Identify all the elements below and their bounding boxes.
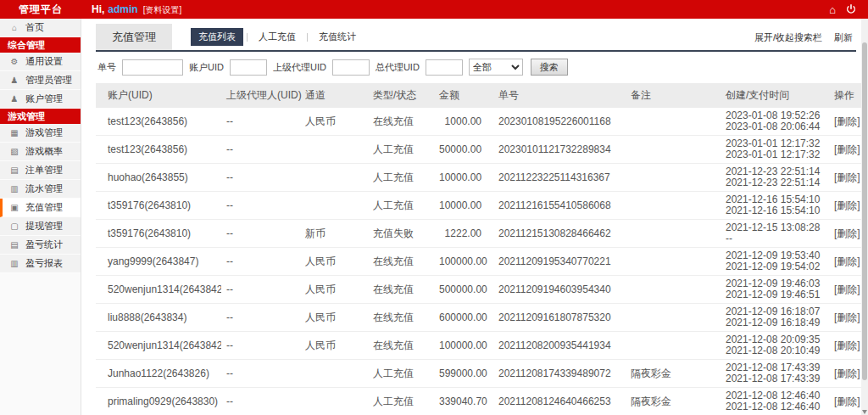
cell-time: 2021-12-15 13:08:28-- [721,220,829,248]
order-no-input[interactable] [122,59,183,76]
report-icon: ▥ [9,259,19,268]
cell-type-status: 充值失败 [368,220,434,248]
cell-remark [626,332,721,360]
cell-order-no: 20211208124640466253 [493,388,626,415]
cell-channel [300,388,368,415]
sidebar-item-admins[interactable]: ♟ 管理员管理 [0,71,81,90]
sidebar-section-header: 游戏管理 [0,109,81,124]
cell-time: 2021-12-09 19:53:402021-12-09 19:54:02 [721,248,829,276]
table-row: primaling0929(2643830) -- 人工充值 339040.70… [96,388,868,415]
delete-link[interactable]: [删除] [834,311,860,323]
delete-link[interactable]: [删除] [834,143,860,155]
sidebar-item-orders[interactable]: ▤ 注单管理 [0,161,81,180]
table-row: t359176(2643810) -- 新币 充值失败 1222.00 2021… [96,220,868,248]
cell-amount: 599000.00 [434,360,493,388]
account-uid-input[interactable] [230,59,267,76]
home-icon[interactable]: ⌂ [829,4,836,15]
tab-3[interactable]: 充值统计 [311,28,364,46]
scrollbar-thumb[interactable] [862,42,867,380]
profile-settings-link[interactable]: [资料设置] [143,4,182,16]
cell-remark [626,108,721,136]
recharge-icon: ▣ [9,203,19,212]
cell-channel [300,136,368,164]
cell-time: 2021-12-08 20:09:352021-12-08 20:10:49 [721,332,829,360]
refresh-link[interactable]: 刷新 [834,31,853,44]
sidebar-item-label: 流水管理 [25,182,63,195]
sidebar-item-home[interactable]: ⌂ 首页 [0,19,81,37]
table-row: huohao(2643855) -- 人工充值 10000.00 2021122… [96,164,868,192]
sidebar-item-report[interactable]: ▥ 盈亏报表 [0,255,81,273]
cell-remark [626,136,721,164]
type-filter-select[interactable]: 全部 [469,59,523,76]
vertical-scrollbar[interactable] [861,19,868,415]
search-button[interactable]: 搜索 [531,59,568,76]
sidebar-item-recharge[interactable]: ▣ 充值管理 [0,199,81,217]
column-header: 金额 [434,83,493,108]
sidebar-item-gear[interactable]: ⚙ 通用设置 [0,53,81,71]
cell-account: liu8888(2643834) [96,304,221,332]
scrollbar-down-arrow[interactable] [862,410,867,414]
cell-amount: 10000.00 [434,192,493,220]
delete-link[interactable]: [删除] [834,199,860,211]
cell-order-no: 20230108195226001168 [493,108,626,136]
delete-link[interactable]: [删除] [834,171,860,183]
cell-type-status: 人工充值 [368,192,434,220]
probability-icon: ▧ [9,147,19,156]
delete-link[interactable]: [删除] [834,367,860,379]
parent-agent-uid-input[interactable] [332,59,370,76]
delete-link[interactable]: [删除] [834,395,860,407]
cell-amount: 1000.00 [434,108,493,136]
cell-order-no: 20211208174339489072 [493,360,626,388]
cell-time: 2021-12-08 12:46:402021-12-08 12:46:40 [721,388,829,415]
tab-1[interactable]: 充值列表 [191,28,243,46]
sidebar-item-user[interactable]: ♟ 账户管理 [0,90,81,109]
cell-amount: 10000.00 [434,164,493,192]
sidebar-item-flow[interactable]: ▥ 流水管理 [0,180,81,199]
delete-link[interactable]: [删除] [834,283,860,295]
top-bar: 管理平台 Hi, admin [资料设置] ⌂ [0,0,868,19]
sidebar-item-withdraw[interactable]: ▢ 提现管理 [0,217,81,236]
cell-channel [300,164,368,192]
tab-separator [247,33,248,42]
column-header: 备注 [626,83,721,108]
cell-agent: -- [221,304,300,332]
table-row: yang9999(2643847) -- 人民币 在线充值 100000.00 … [96,248,868,276]
cell-agent: -- [221,164,300,192]
gear-icon: ⚙ [9,57,19,66]
cell-type-status: 人工充值 [368,360,434,388]
cell-agent: -- [221,192,300,220]
cell-channel: 人民币 [300,248,368,276]
cell-remark [626,164,721,192]
tab-separator [307,33,308,42]
toggle-search-link[interactable]: 展开/收起搜索栏 [754,31,822,44]
power-icon[interactable] [846,4,856,14]
sidebar-item-game[interactable]: ▦ 游戏管理 [0,124,81,143]
cell-order-no: 20211215130828466462 [493,220,626,248]
cell-amount: 100000.00 [434,332,493,360]
sidebar-item-stats[interactable]: ▤ 盈亏统计 [0,236,81,255]
search-form: 单号 账户UID 上级代理UID 总代理UID 全部 搜索 [96,52,856,83]
cell-agent: -- [221,136,300,164]
header-links: 展开/收起搜索栏 刷新 [754,31,856,50]
table-row: liu8888(2643834) -- 人民币 在线充值 600000.00 2… [96,304,868,332]
cell-channel: 人民币 [300,304,368,332]
cell-time: 2023-01-01 12:17:322023-01-01 12:17:32 [721,136,829,164]
delete-link[interactable]: [删除] [834,227,860,239]
cell-type-status: 人工充值 [368,136,434,164]
delete-link[interactable]: [删除] [834,115,860,127]
cell-order-no: 20211208200935441934 [493,332,626,360]
cell-remark [626,276,721,304]
cell-remark [626,192,721,220]
delete-link[interactable]: [删除] [834,255,860,267]
sidebar-item-probability[interactable]: ▧ 游戏概率 [0,143,81,161]
cell-agent: -- [221,220,300,248]
page-header: 充值管理 充值列表 人工充值 充值统计 展开/收起搜索栏 刷新 [96,24,856,52]
cell-agent: -- [221,108,300,136]
tab-2[interactable]: 人工充值 [251,28,303,46]
delete-link[interactable]: [删除] [834,339,860,351]
master-agent-uid-input[interactable] [426,59,463,76]
cell-account: test123(2643856) [96,108,221,136]
table-row: Junhao1122(2643826) -- 人工充值 599000.00 20… [96,360,868,388]
cell-channel: 人民币 [300,276,368,304]
cell-type-status: 在线充值 [368,332,434,360]
